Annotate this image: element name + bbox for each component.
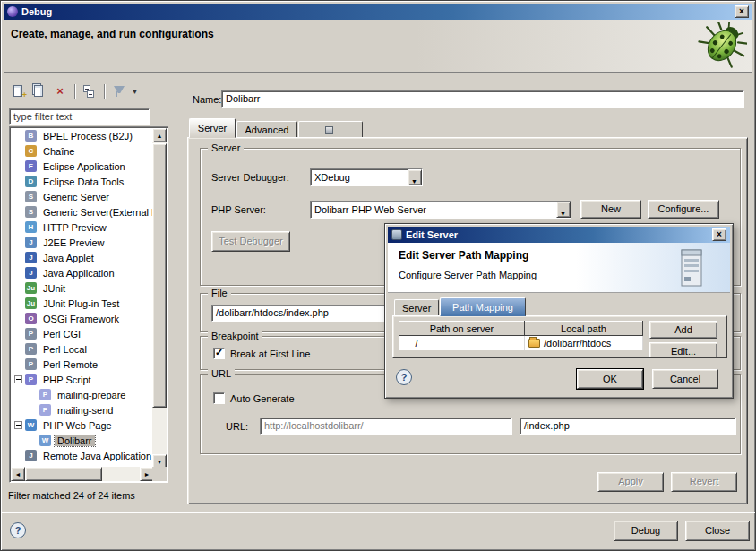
tree-item-label: mailing-prepare: [55, 390, 128, 400]
tree-item-label: Perl CGI: [40, 329, 83, 340]
auto-generate-checkbox[interactable]: [213, 392, 225, 404]
tree-item-junit[interactable]: JuJUnit: [11, 280, 154, 296]
tree-item-junit-plugin-test[interactable]: JuJUnit Plug-in Test: [11, 296, 154, 311]
modal-tab-path-mapping[interactable]: Path Mapping: [440, 297, 526, 316]
close-button[interactable]: Close: [685, 521, 750, 541]
toolbar-dropdown-arrow-icon[interactable]: ▼: [132, 89, 138, 95]
tree-item-osgi-framework[interactable]: OOSGi Framework: [11, 311, 154, 326]
tree-item-java-applet[interactable]: JJava Applet: [11, 250, 154, 265]
tree-item-http-preview[interactable]: HHTTP Preview: [11, 220, 154, 235]
j2ee-preview-icon: J: [25, 237, 37, 248]
tree-expander-icon[interactable]: [14, 375, 22, 383]
horizontal-scroll-thumb[interactable]: [25, 467, 102, 481]
config-toolbar: + × ▼: [10, 82, 138, 101]
debug-button[interactable]: Debug: [614, 521, 678, 541]
tree-horizontal-scrollbar[interactable]: [11, 467, 154, 481]
tree-item-perl-local[interactable]: PPerl Local: [11, 341, 154, 357]
tree-item-label: JUnit Plug-in Test: [40, 298, 122, 309]
new-server-button[interactable]: New: [580, 200, 641, 219]
tab-server[interactable]: Server: [189, 118, 236, 138]
server-debugger-select[interactable]: XDebug: [310, 168, 423, 186]
tree-item-j2ee-preview[interactable]: JJ2EE Preview: [11, 235, 154, 250]
scroll-up-icon[interactable]: [152, 128, 167, 142]
tree-item-label: Chaîne: [40, 146, 77, 157]
perl-remote-icon: P: [25, 358, 37, 370]
modal-close-icon[interactable]: ×: [712, 228, 726, 241]
break-first-line-label: Break at First Line: [230, 349, 310, 359]
tree-item-java-application[interactable]: JJava Application: [11, 265, 154, 280]
close-icon[interactable]: ×: [735, 5, 749, 18]
edit-mapping-button[interactable]: Edit...: [649, 342, 717, 358]
filter-icon[interactable]: [110, 82, 128, 100]
http-preview-icon: H: [25, 221, 37, 233]
revert-button[interactable]: Revert: [671, 472, 737, 492]
collapse-all-icon[interactable]: [81, 82, 99, 100]
tree-item-php-script[interactable]: PPHP Script: [11, 372, 154, 387]
tree-item-chaine[interactable]: CChaîne: [11, 143, 154, 159]
tree-item-label: JUnit: [40, 283, 68, 294]
tree-item-label: Generic Server(External La: [40, 207, 154, 218]
common-tab-icon: [325, 126, 333, 134]
modal-tab-server[interactable]: Server: [394, 299, 439, 316]
tree-item-label: Eclipse Data Tools: [40, 176, 126, 187]
tree-item-label: Remote Java Application: [40, 451, 154, 461]
path-mapping-row[interactable]: //dolibarr/htdocs: [399, 336, 643, 350]
duplicate-config-icon[interactable]: [30, 82, 48, 100]
ok-button[interactable]: OK: [577, 369, 643, 389]
break-first-line-checkbox[interactable]: [213, 348, 225, 359]
tree-item-php-web-page[interactable]: WPHP Web Page: [11, 418, 154, 433]
tree-expander-icon[interactable]: [14, 421, 22, 429]
tree-item-eclipse-application[interactable]: EEclipse Application: [11, 159, 154, 174]
footer-separator: [2, 512, 756, 513]
scroll-left-icon[interactable]: [11, 467, 25, 481]
configure-server-button[interactable]: Configure...: [648, 200, 719, 219]
tree-item-label: J2EE Preview: [40, 237, 107, 248]
tree-item-generic-server[interactable]: SGeneric Server: [11, 189, 154, 204]
cancel-button[interactable]: Cancel: [652, 369, 718, 389]
path-on-server-cell[interactable]: /: [399, 336, 525, 350]
php-server-label: PHP Server:: [211, 204, 266, 215]
tree-item-eclipse-data-tools[interactable]: DEclipse Data Tools: [11, 174, 154, 189]
local-path-cell[interactable]: /dolibarr/htdocs: [525, 336, 643, 350]
header-separator: [4, 72, 752, 73]
delete-config-icon[interactable]: ×: [51, 82, 69, 100]
php-file-icon: P: [39, 389, 51, 400]
server-group-legend: Server: [208, 142, 244, 153]
modal-help-icon[interactable]: ?: [396, 369, 412, 385]
help-icon[interactable]: ?: [10, 522, 26, 538]
url-path-input[interactable]: /index.php: [520, 418, 736, 435]
add-mapping-button[interactable]: Add: [649, 321, 717, 339]
tree-item-bpel-process[interactable]: BBPEL Process (B2J): [11, 128, 154, 143]
column-path-on-server[interactable]: Path on server: [399, 322, 525, 336]
name-input[interactable]: Dolibarr: [221, 90, 744, 108]
tab-advanced[interactable]: Advanced: [236, 121, 297, 138]
modal-titlebar[interactable]: Edit Server ×: [388, 227, 730, 243]
tree-item-remote-java-application[interactable]: JRemote Java Application: [11, 448, 154, 463]
dropdown-arrow-icon[interactable]: [556, 202, 571, 218]
url-group-legend: URL: [208, 368, 235, 379]
tree-item-dolibarr[interactable]: WDolibarr: [11, 433, 154, 448]
apply-button[interactable]: Apply: [597, 472, 664, 492]
tree-vertical-scrollbar[interactable]: [152, 128, 167, 469]
url-label: URL:: [226, 421, 248, 432]
tree-item-perl-remote[interactable]: PPerl Remote: [11, 357, 154, 372]
tree-item-mailing-send[interactable]: Pmailing-send: [11, 402, 154, 418]
name-label: Name:: [193, 94, 221, 105]
new-launch-config-icon[interactable]: +: [10, 82, 28, 100]
column-local-path[interactable]: Local path: [525, 322, 643, 336]
test-debugger-button[interactable]: Test Debugger: [211, 231, 290, 252]
vertical-scroll-thumb[interactable]: [152, 143, 167, 408]
tree-item-perl-cgi[interactable]: PPerl CGI: [11, 326, 154, 341]
tree-item-generic-server-external[interactable]: SGeneric Server(External La: [11, 204, 154, 220]
tab-common[interactable]: Common: [298, 121, 363, 138]
scrollbar-corner: [152, 467, 167, 481]
tree-item-mailing-prepare[interactable]: Pmailing-prepare: [11, 387, 154, 402]
php-server-select[interactable]: Dolibarr PHP Web Server: [310, 201, 571, 219]
dropdown-arrow-icon[interactable]: [408, 169, 422, 185]
titlebar[interactable]: Debug ×: [4, 4, 752, 20]
folder-icon: [528, 339, 540, 348]
config-tree: BBPEL Process (B2J)CChaîneEEclipse Appli…: [11, 128, 154, 469]
url-base-input[interactable]: http://localhostdolibarr/: [260, 418, 512, 435]
filter-input[interactable]: type filter text: [9, 108, 150, 125]
path-mapping-table[interactable]: Path on server Local path //dolibarr/htd…: [399, 321, 643, 350]
